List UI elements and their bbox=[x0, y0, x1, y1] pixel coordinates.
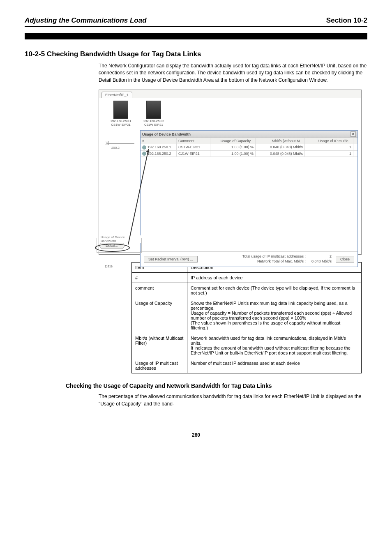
page-number: 280 bbox=[25, 432, 367, 438]
cell-item: Usage of IP multicast addresses bbox=[132, 358, 187, 373]
intro-paragraph: The Network Configurator can display the… bbox=[99, 62, 367, 84]
col-multicast[interactable]: Usage of IP multic... bbox=[305, 138, 353, 144]
network-total-label: Network Total of Max. Mbit/s : bbox=[257, 259, 306, 263]
table-row: Mbit/s (without Multicast Filter) Networ… bbox=[132, 333, 362, 358]
cell-comment: CS1W-EIP21 bbox=[177, 144, 210, 150]
device-icon bbox=[113, 101, 128, 119]
section-title: 10-2-5 Checking Bandwidth Usage for Tag … bbox=[25, 50, 367, 58]
network-config-window: EtherNet/IP_1 192.168.250.1 CS1W-EIP21 1… bbox=[99, 90, 362, 255]
device-model: CJ1W-EIP21 bbox=[139, 123, 168, 127]
tree-connector bbox=[106, 143, 134, 144]
network-config-screenshot: EtherNet/IP_1 192.168.250.1 CS1W-EIP21 1… bbox=[99, 90, 367, 255]
usage-bandwidth-groupbox: Usage of Device Bandwidth Detail... bbox=[97, 238, 142, 253]
cell-desc: Number of multicast IP addresses used at… bbox=[187, 358, 362, 373]
device-1[interactable]: 192.168.250.1 CS1W-EIP21 bbox=[106, 101, 135, 127]
table-row[interactable]: 192.168.250.2 CJ1W-EIP21 1.00 (1.00) % 0… bbox=[141, 151, 357, 157]
table-row: Usage of Capacity Shows the EtherNet/IP … bbox=[132, 298, 362, 333]
header-left: Adjusting the Communications Load bbox=[25, 16, 147, 25]
table-header: # Comment Usage of Capacity... Mbit/s (w… bbox=[141, 138, 357, 144]
close-icon[interactable]: × bbox=[350, 131, 356, 137]
total-multicast-value: 2 bbox=[311, 254, 332, 259]
device-icon bbox=[146, 101, 161, 119]
cell-mbits: 0.048 (0.048) Mbit/s bbox=[256, 151, 305, 157]
cell-desc: IP address of each device bbox=[187, 273, 362, 283]
groupbox-legend: Usage of Device Bandwidth bbox=[99, 235, 141, 243]
cell-item: Usage of Capacity bbox=[132, 298, 187, 333]
date-field-label: Date bbox=[105, 264, 113, 268]
cell-ip: 192.168.250.1 bbox=[148, 145, 171, 149]
device-2[interactable]: 192.168.250.2 CJ1W-EIP21 bbox=[139, 101, 168, 127]
cell-mbits: 0.048 (0.048) Mbit/s bbox=[256, 144, 305, 150]
subheading: Checking the Usage of Capacity and Netwo… bbox=[66, 382, 367, 389]
cell-item: Mbit/s (without Multicast Filter) bbox=[132, 333, 187, 358]
table-row: # IP address of each device bbox=[132, 273, 362, 283]
header-right: Section 10-2 bbox=[326, 16, 367, 25]
cell-desc: Comment set for each device (The device … bbox=[187, 283, 362, 298]
col-ip[interactable]: # bbox=[141, 138, 177, 144]
col-usage-capacity[interactable]: Usage of Capacity... bbox=[210, 138, 256, 144]
tree-child-label: 250.2 bbox=[111, 146, 120, 150]
header-bar bbox=[25, 33, 367, 39]
cell-usage: 1.00 (1.00) % bbox=[210, 144, 256, 150]
cell-desc: Shows the EtherNet/IP Unit's maximum tag… bbox=[187, 298, 362, 333]
cell-desc: Network bandwidth used for tag data link… bbox=[187, 333, 362, 358]
cell-usage: 1.00 (1.00) % bbox=[210, 151, 256, 157]
cell-item: # bbox=[132, 273, 187, 283]
total-multicast-label: Total usage of IP multicast addresses : bbox=[242, 254, 306, 258]
cell-comment: CJ1W-EIP21 bbox=[177, 151, 210, 157]
col-mbits[interactable]: Mbit/s (without M... bbox=[256, 138, 305, 144]
item-description-table: Item Description # IP address of each de… bbox=[131, 262, 362, 373]
close-button[interactable]: Close bbox=[336, 256, 354, 263]
dialog-title: Usage of Device Bandwidth bbox=[142, 132, 191, 136]
cell-item: comment bbox=[132, 283, 187, 298]
set-packet-interval-button[interactable]: Set Packet Interval (RPI) ... bbox=[144, 256, 198, 263]
network-total-value: 0.048 Mbit/s bbox=[311, 259, 332, 264]
tab-ethernetip[interactable]: EtherNet/IP_1 bbox=[101, 92, 132, 98]
table-row: comment Comment set for each device (The… bbox=[132, 283, 362, 298]
tree-expand-icon[interactable]: − bbox=[105, 141, 109, 145]
usage-bandwidth-dialog: Usage of Device Bandwidth × # Comment Us… bbox=[140, 130, 358, 267]
device-model: CS1W-EIP21 bbox=[106, 123, 135, 127]
cell-multicast: 1 bbox=[305, 144, 353, 150]
device-row-icon bbox=[142, 145, 146, 150]
col-comment[interactable]: Comment bbox=[177, 138, 210, 144]
cell-ip: 192.168.250.2 bbox=[148, 152, 171, 156]
table-row: Usage of IP multicast addresses Number o… bbox=[132, 358, 362, 373]
cell-multicast: 1 bbox=[305, 151, 353, 157]
trailing-paragraph: The percentage of the allowed communicat… bbox=[99, 393, 367, 408]
page-header: Adjusting the Communications Load Sectio… bbox=[25, 16, 367, 27]
device-row-icon bbox=[142, 152, 146, 156]
detail-button[interactable]: Detail... bbox=[99, 242, 125, 249]
table-row[interactable]: 192.168.250.1 CS1W-EIP21 1.00 (1.00) % 0… bbox=[141, 144, 357, 151]
